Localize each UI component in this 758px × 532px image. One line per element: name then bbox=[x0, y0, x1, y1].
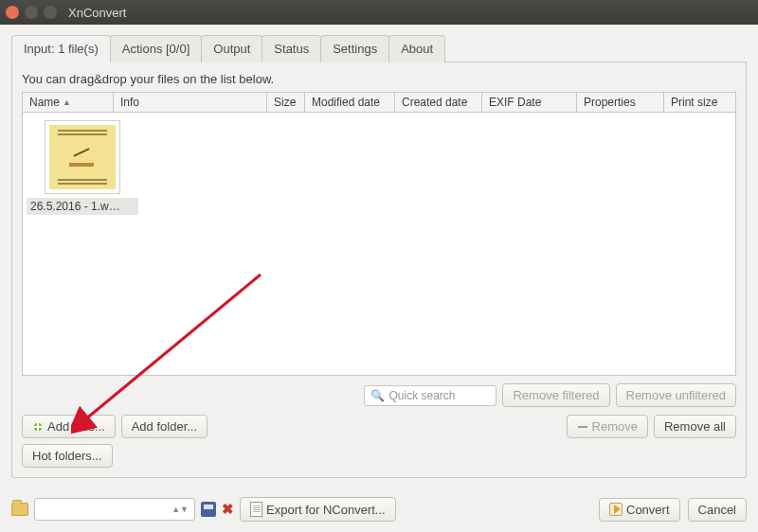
thumbnail-icon bbox=[45, 120, 120, 194]
tabs: Input: 1 file(s) Actions [0/0] Output St… bbox=[11, 34, 747, 62]
tab-about[interactable]: About bbox=[388, 35, 445, 62]
save-icon[interactable] bbox=[201, 502, 216, 517]
export-nconvert-button[interactable]: Export for NConvert... bbox=[240, 497, 396, 522]
column-headers: Name ▲ Info Size Modified date Created d… bbox=[22, 92, 736, 113]
col-printsize[interactable]: Print size bbox=[664, 93, 735, 112]
input-panel: You can drag&drop your files on the list… bbox=[11, 62, 747, 478]
window-title: XnConvert bbox=[68, 6, 126, 20]
minus-icon bbox=[577, 421, 588, 433]
minimize-icon[interactable] bbox=[25, 6, 38, 19]
convert-button[interactable]: Convert bbox=[599, 498, 680, 522]
search-icon: 🔍 bbox=[370, 389, 385, 402]
hot-folders-button[interactable]: Hot folders... bbox=[22, 444, 113, 468]
tab-input[interactable]: Input: 1 file(s) bbox=[11, 35, 111, 62]
preset-combo[interactable]: ▲▼ bbox=[34, 498, 195, 521]
play-icon bbox=[609, 503, 623, 516]
tab-status[interactable]: Status bbox=[262, 35, 321, 62]
convert-label: Convert bbox=[626, 503, 670, 517]
file-name: 26.5.2016 - 1.w… bbox=[27, 198, 138, 215]
list-item[interactable]: 26.5.2016 - 1.w… bbox=[27, 116, 138, 215]
maximize-icon[interactable] bbox=[44, 6, 57, 19]
quick-search-field[interactable] bbox=[388, 389, 490, 402]
col-exif[interactable]: EXIF Date bbox=[482, 93, 577, 112]
remove-filtered-button[interactable]: Remove filtered bbox=[502, 383, 609, 407]
add-folder-button[interactable]: Add folder... bbox=[121, 415, 208, 438]
remove-all-button[interactable]: Remove all bbox=[654, 415, 736, 438]
drop-hint: You can drag&drop your files on the list… bbox=[22, 72, 736, 86]
col-modified[interactable]: Modified date bbox=[305, 93, 395, 112]
close-icon[interactable] bbox=[6, 6, 19, 19]
remove-unfiltered-button[interactable]: Remove unfiltered bbox=[616, 383, 737, 407]
quick-search-input[interactable]: 🔍 bbox=[364, 385, 496, 406]
add-files-label: Add files... bbox=[47, 419, 105, 434]
col-created[interactable]: Created date bbox=[395, 93, 482, 112]
remove-label: Remove bbox=[592, 419, 638, 434]
col-name[interactable]: Name ▲ bbox=[23, 93, 114, 112]
col-info[interactable]: Info bbox=[114, 93, 267, 112]
plus-icon bbox=[32, 421, 44, 433]
sort-indicator-icon: ▲ bbox=[63, 98, 71, 107]
titlebar: XnConvert bbox=[0, 0, 758, 25]
col-size[interactable]: Size bbox=[267, 93, 305, 112]
folder-icon[interactable] bbox=[11, 503, 28, 516]
export-label: Export for NConvert... bbox=[266, 503, 386, 517]
remove-button[interactable]: Remove bbox=[567, 415, 648, 438]
file-list[interactable]: 26.5.2016 - 1.w… bbox=[22, 113, 736, 376]
footer: ▲▼ ✖ Export for NConvert... Convert Canc… bbox=[0, 489, 758, 529]
col-properties[interactable]: Properties bbox=[577, 93, 664, 112]
document-icon bbox=[250, 502, 262, 517]
col-name-label: Name bbox=[29, 96, 60, 109]
delete-icon[interactable]: ✖ bbox=[222, 501, 234, 518]
tab-actions[interactable]: Actions [0/0] bbox=[110, 35, 203, 62]
tab-settings[interactable]: Settings bbox=[320, 35, 389, 62]
chevron-updown-icon: ▲▼ bbox=[171, 505, 189, 514]
cancel-button[interactable]: Cancel bbox=[688, 498, 747, 522]
add-files-button[interactable]: Add files... bbox=[22, 415, 116, 438]
tab-output[interactable]: Output bbox=[201, 35, 262, 62]
